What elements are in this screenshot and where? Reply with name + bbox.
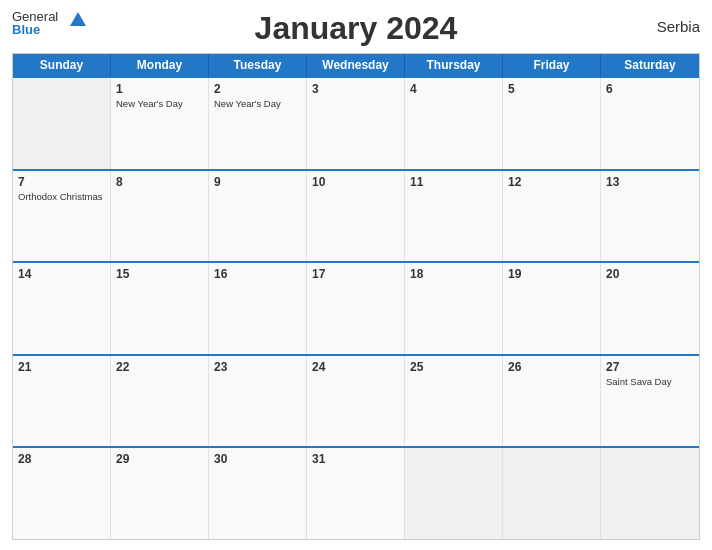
calendar-cell: 28 bbox=[13, 448, 111, 539]
calendar-header: General Blue January 2024 Serbia bbox=[12, 10, 700, 47]
calendar-cell bbox=[13, 78, 111, 169]
calendar-cell: 6 bbox=[601, 78, 699, 169]
logo: General Blue bbox=[12, 10, 58, 36]
calendar-cell: 13 bbox=[601, 171, 699, 262]
day-number: 21 bbox=[18, 360, 105, 374]
day-number: 16 bbox=[214, 267, 301, 281]
day-number: 13 bbox=[606, 175, 694, 189]
calendar-cell: 21 bbox=[13, 356, 111, 447]
calendar-cell: 5 bbox=[503, 78, 601, 169]
calendar-cell: 23 bbox=[209, 356, 307, 447]
calendar-week: 21222324252627Saint Sava Day bbox=[13, 354, 699, 447]
calendar-cell: 15 bbox=[111, 263, 209, 354]
calendar-cell: 29 bbox=[111, 448, 209, 539]
day-number: 18 bbox=[410, 267, 497, 281]
day-number: 14 bbox=[18, 267, 105, 281]
calendar-cell: 16 bbox=[209, 263, 307, 354]
day-number: 2 bbox=[214, 82, 301, 96]
page: General Blue January 2024 Serbia SundayM… bbox=[0, 0, 712, 550]
day-number: 15 bbox=[116, 267, 203, 281]
calendar-title: January 2024 bbox=[255, 10, 458, 47]
calendar-cell: 1New Year's Day bbox=[111, 78, 209, 169]
calendar-cell bbox=[601, 448, 699, 539]
calendar-cell: 31 bbox=[307, 448, 405, 539]
day-number: 30 bbox=[214, 452, 301, 466]
country-label: Serbia bbox=[657, 18, 700, 35]
day-number: 3 bbox=[312, 82, 399, 96]
calendar-cell bbox=[405, 448, 503, 539]
calendar-cell: 30 bbox=[209, 448, 307, 539]
day-number: 12 bbox=[508, 175, 595, 189]
calendar-cell: 27Saint Sava Day bbox=[601, 356, 699, 447]
day-of-week-header: Saturday bbox=[601, 54, 699, 76]
calendar-cell: 8 bbox=[111, 171, 209, 262]
calendar-grid: SundayMondayTuesdayWednesdayThursdayFrid… bbox=[12, 53, 700, 540]
calendar-body: 1New Year's Day2New Year's Day34567Ortho… bbox=[13, 76, 699, 539]
calendar-cell: 14 bbox=[13, 263, 111, 354]
calendar-cell: 25 bbox=[405, 356, 503, 447]
calendar-cell: 9 bbox=[209, 171, 307, 262]
calendar-cell: 20 bbox=[601, 263, 699, 354]
day-number: 17 bbox=[312, 267, 399, 281]
day-number: 19 bbox=[508, 267, 595, 281]
day-number: 10 bbox=[312, 175, 399, 189]
day-number: 26 bbox=[508, 360, 595, 374]
logo-blue-text: Blue bbox=[12, 23, 58, 36]
day-number: 5 bbox=[508, 82, 595, 96]
calendar-cell: 18 bbox=[405, 263, 503, 354]
calendar-cell: 17 bbox=[307, 263, 405, 354]
day-number: 7 bbox=[18, 175, 105, 189]
calendar-cell: 11 bbox=[405, 171, 503, 262]
calendar-cell: 4 bbox=[405, 78, 503, 169]
calendar-week: 1New Year's Day2New Year's Day3456 bbox=[13, 76, 699, 169]
day-number: 28 bbox=[18, 452, 105, 466]
event-label: Saint Sava Day bbox=[606, 376, 694, 388]
event-label: New Year's Day bbox=[214, 98, 301, 110]
calendar-cell bbox=[503, 448, 601, 539]
day-number: 24 bbox=[312, 360, 399, 374]
day-number: 27 bbox=[606, 360, 694, 374]
day-number: 8 bbox=[116, 175, 203, 189]
calendar-cell: 2New Year's Day bbox=[209, 78, 307, 169]
day-of-week-header: Monday bbox=[111, 54, 209, 76]
calendar-cell: 26 bbox=[503, 356, 601, 447]
calendar-cell: 22 bbox=[111, 356, 209, 447]
calendar-cell: 10 bbox=[307, 171, 405, 262]
event-label: New Year's Day bbox=[116, 98, 203, 110]
day-number: 20 bbox=[606, 267, 694, 281]
calendar-cell: 12 bbox=[503, 171, 601, 262]
day-number: 9 bbox=[214, 175, 301, 189]
calendar-cell: 19 bbox=[503, 263, 601, 354]
day-number: 4 bbox=[410, 82, 497, 96]
logo-triangle-icon bbox=[70, 12, 86, 26]
day-of-week-header: Sunday bbox=[13, 54, 111, 76]
calendar-cell: 3 bbox=[307, 78, 405, 169]
event-label: Orthodox Christmas bbox=[18, 191, 105, 203]
day-number: 22 bbox=[116, 360, 203, 374]
day-of-week-header: Friday bbox=[503, 54, 601, 76]
day-number: 6 bbox=[606, 82, 694, 96]
calendar-week: 14151617181920 bbox=[13, 261, 699, 354]
calendar-cell: 24 bbox=[307, 356, 405, 447]
calendar-week: 28293031 bbox=[13, 446, 699, 539]
day-number: 11 bbox=[410, 175, 497, 189]
day-number: 29 bbox=[116, 452, 203, 466]
day-number: 1 bbox=[116, 82, 203, 96]
calendar-header-row: SundayMondayTuesdayWednesdayThursdayFrid… bbox=[13, 54, 699, 76]
day-of-week-header: Wednesday bbox=[307, 54, 405, 76]
day-number: 31 bbox=[312, 452, 399, 466]
day-of-week-header: Tuesday bbox=[209, 54, 307, 76]
calendar-cell: 7Orthodox Christmas bbox=[13, 171, 111, 262]
day-number: 23 bbox=[214, 360, 301, 374]
day-number: 25 bbox=[410, 360, 497, 374]
day-of-week-header: Thursday bbox=[405, 54, 503, 76]
calendar-week: 7Orthodox Christmas8910111213 bbox=[13, 169, 699, 262]
